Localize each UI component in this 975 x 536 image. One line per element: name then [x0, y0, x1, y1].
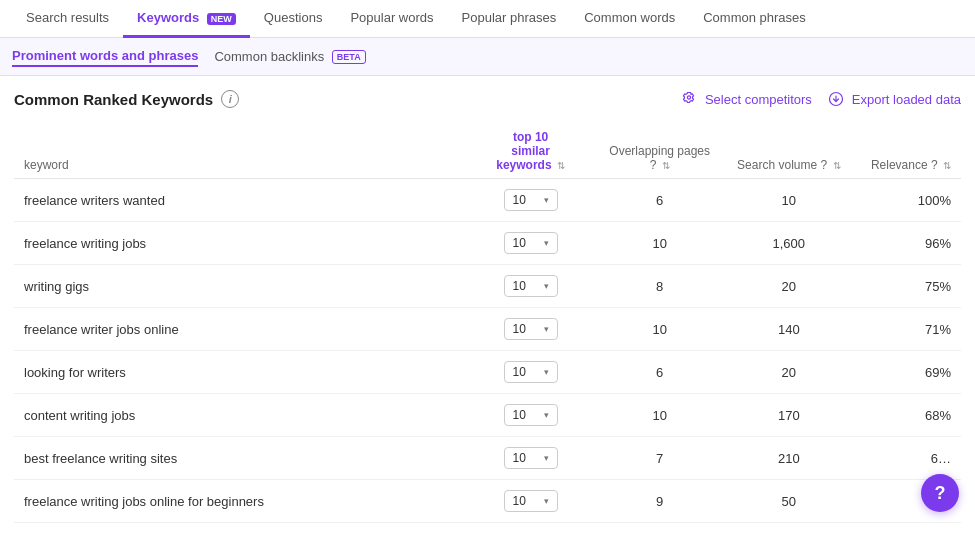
gear-icon — [681, 91, 697, 107]
sub-tab-prominent-words[interactable]: Prominent words and phrases — [12, 46, 198, 67]
chevron-down-icon: ▾ — [544, 496, 549, 506]
col-header-relevance[interactable]: Relevance ? ⇅ — [853, 124, 961, 179]
chevron-down-icon: ▾ — [544, 367, 549, 377]
table-row: freelance writers wanted10▾610100% — [14, 179, 961, 222]
sub-nav: Prominent words and phrases Common backl… — [0, 38, 975, 76]
cell-volume: 20 — [724, 351, 853, 394]
badge-beta: BETA — [332, 50, 366, 64]
top10-dropdown[interactable]: 10▾ — [504, 490, 558, 512]
export-icon — [828, 91, 844, 107]
cell-keyword: freelance writing jobs online for beginn… — [14, 480, 466, 523]
tab-popular-phrases[interactable]: Popular phrases — [448, 0, 571, 38]
cell-top10: 10▾ — [466, 351, 595, 394]
cell-keyword: writing gigs — [14, 265, 466, 308]
top10-dropdown[interactable]: 10▾ — [504, 404, 558, 426]
chevron-down-icon: ▾ — [544, 453, 549, 463]
export-button[interactable]: Export loaded data — [828, 91, 961, 107]
cell-overlapping: 10 — [595, 394, 724, 437]
cell-overlapping: 8 — [595, 265, 724, 308]
tab-popular-words[interactable]: Popular words — [336, 0, 447, 38]
info-icon[interactable]: i — [221, 90, 239, 108]
chevron-down-icon: ▾ — [544, 281, 549, 291]
chevron-down-icon: ▾ — [544, 410, 549, 420]
table-header-row: keyword top 10similarkeywords ⇅ Overlapp… — [14, 124, 961, 179]
page-title: Common Ranked Keywords — [14, 91, 213, 108]
cell-relevance: 100% — [853, 179, 961, 222]
sort-overlap-icon: ⇅ — [662, 160, 670, 171]
sort-relevance-icon: ⇅ — [943, 160, 951, 171]
cell-volume: 20 — [724, 265, 853, 308]
table-row: best freelance writing sites10▾72106… — [14, 437, 961, 480]
cell-top10: 10▾ — [466, 179, 595, 222]
tab-search-results[interactable]: Search results — [12, 0, 123, 38]
sub-tab-common-backlinks[interactable]: Common backlinks BETA — [214, 47, 365, 67]
cell-top10: 10▾ — [466, 222, 595, 265]
cell-overlapping: 7 — [595, 437, 724, 480]
cell-top10: 10▾ — [466, 480, 595, 523]
chevron-down-icon: ▾ — [544, 324, 549, 334]
tab-keywords[interactable]: Keywords NEW — [123, 0, 250, 38]
cell-top10: 10▾ — [466, 265, 595, 308]
data-table: keyword top 10similarkeywords ⇅ Overlapp… — [14, 124, 961, 523]
table-row: freelance writing jobs10▾101,60096% — [14, 222, 961, 265]
cell-keyword: freelance writer jobs online — [14, 308, 466, 351]
help-button[interactable]: ? — [921, 474, 959, 512]
badge-new: NEW — [207, 13, 236, 25]
col-header-keyword: keyword — [14, 124, 466, 179]
sort-volume-icon: ⇅ — [833, 160, 841, 171]
cell-overlapping: 6 — [595, 179, 724, 222]
table-row: looking for writers10▾62069% — [14, 351, 961, 394]
chevron-down-icon: ▾ — [544, 195, 549, 205]
cell-overlapping: 10 — [595, 222, 724, 265]
select-competitors-button[interactable]: Select competitors — [681, 91, 812, 107]
cell-volume: 170 — [724, 394, 853, 437]
cell-keyword: freelance writing jobs — [14, 222, 466, 265]
cell-top10: 10▾ — [466, 394, 595, 437]
cell-top10: 10▾ — [466, 308, 595, 351]
table-row: content writing jobs10▾1017068% — [14, 394, 961, 437]
cell-relevance: 71% — [853, 308, 961, 351]
tab-common-words[interactable]: Common words — [570, 0, 689, 38]
chevron-down-icon: ▾ — [544, 238, 549, 248]
cell-volume: 10 — [724, 179, 853, 222]
cell-relevance: 68% — [853, 394, 961, 437]
sort-top10-icon: ⇅ — [557, 160, 565, 171]
top10-dropdown[interactable]: 10▾ — [504, 361, 558, 383]
cell-overlapping: 10 — [595, 308, 724, 351]
top10-dropdown[interactable]: 10▾ — [504, 318, 558, 340]
cell-volume: 140 — [724, 308, 853, 351]
cell-keyword: best freelance writing sites — [14, 437, 466, 480]
main-content: Common Ranked Keywords i Select competit… — [0, 76, 975, 536]
table-row: freelance writer jobs online10▾1014071% — [14, 308, 961, 351]
top10-dropdown[interactable]: 10▾ — [504, 447, 558, 469]
export-label: Export loaded data — [852, 92, 961, 107]
cell-volume: 50 — [724, 480, 853, 523]
cell-keyword: freelance writers wanted — [14, 179, 466, 222]
col-header-top10[interactable]: top 10similarkeywords ⇅ — [466, 124, 595, 179]
cell-relevance: 75% — [853, 265, 961, 308]
cell-top10: 10▾ — [466, 437, 595, 480]
cell-volume: 1,600 — [724, 222, 853, 265]
section-header: Common Ranked Keywords i Select competit… — [14, 90, 961, 108]
tab-questions[interactable]: Questions — [250, 0, 337, 38]
top10-dropdown[interactable]: 10▾ — [504, 232, 558, 254]
cell-relevance: 69% — [853, 351, 961, 394]
top10-dropdown[interactable]: 10▾ — [504, 275, 558, 297]
cell-keyword: looking for writers — [14, 351, 466, 394]
table-row: freelance writing jobs online for beginn… — [14, 480, 961, 523]
table-row: writing gigs10▾82075% — [14, 265, 961, 308]
cell-volume: 210 — [724, 437, 853, 480]
top10-dropdown[interactable]: 10▾ — [504, 189, 558, 211]
col-header-overlapping[interactable]: Overlapping pages ? ⇅ — [595, 124, 724, 179]
cell-relevance: 6… — [853, 437, 961, 480]
cell-keyword: content writing jobs — [14, 394, 466, 437]
cell-relevance: 96% — [853, 222, 961, 265]
section-actions: Select competitors Export loaded data — [681, 91, 961, 107]
cell-overlapping: 6 — [595, 351, 724, 394]
top-nav: Search results Keywords NEW Questions Po… — [0, 0, 975, 38]
tab-common-phrases[interactable]: Common phrases — [689, 0, 820, 38]
col-header-volume[interactable]: Search volume ? ⇅ — [724, 124, 853, 179]
cell-overlapping: 9 — [595, 480, 724, 523]
section-title: Common Ranked Keywords i — [14, 90, 239, 108]
select-competitors-label: Select competitors — [705, 92, 812, 107]
